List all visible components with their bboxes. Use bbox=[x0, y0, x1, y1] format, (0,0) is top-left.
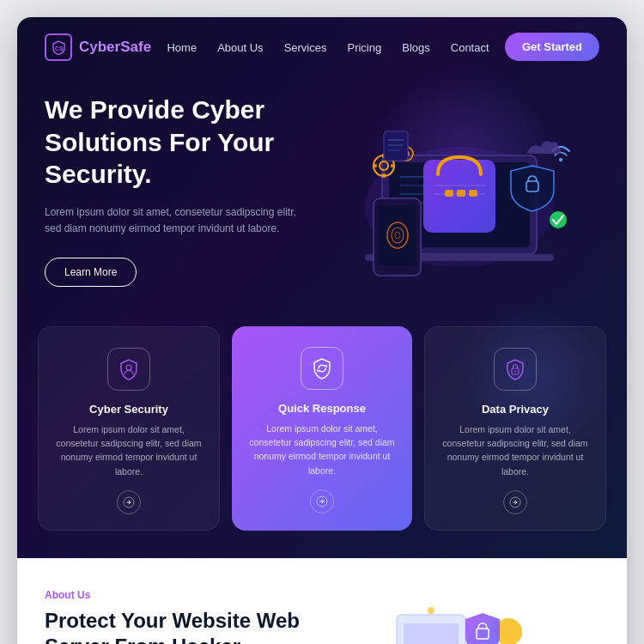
svg-rect-24 bbox=[382, 173, 386, 178]
feature-card-quick-response: Quick Response Lorem ipsum dolor sit ame… bbox=[232, 326, 412, 531]
feature-cards: Cyber Security Lorem ipsum dolor sit ame… bbox=[17, 313, 627, 558]
hero-content: We Provide Cyber Solutions For Your Secu… bbox=[17, 76, 627, 313]
svg-rect-31 bbox=[384, 131, 408, 161]
svg-rect-14 bbox=[469, 190, 477, 197]
hero-text: We Provide Cyber Solutions For Your Secu… bbox=[45, 94, 311, 287]
about-text: About Us Protect Your Website Web Server… bbox=[45, 589, 313, 644]
nav-links: Home About Us Services Pricing Blogs Con… bbox=[167, 39, 489, 55]
logo-text: CyberSafe bbox=[79, 39, 151, 56]
about-section: About Us Protect Your Website Web Server… bbox=[17, 558, 627, 644]
refresh-shield-icon bbox=[301, 347, 343, 390]
feature-name-quick: Quick Response bbox=[246, 402, 398, 415]
get-started-button[interactable]: Get Started bbox=[505, 33, 599, 61]
hero-title: We Provide Cyber Solutions For Your Secu… bbox=[45, 94, 311, 191]
arrow-cyber[interactable] bbox=[117, 490, 141, 514]
shield-user-icon bbox=[107, 348, 150, 391]
arrow-quick[interactable] bbox=[310, 489, 334, 513]
svg-rect-17 bbox=[379, 205, 416, 265]
nav-contact[interactable]: Contact bbox=[451, 41, 489, 54]
about-illustration bbox=[331, 589, 599, 644]
svg-point-35 bbox=[126, 365, 131, 370]
logo: CS CyberSafe bbox=[45, 33, 151, 61]
hero-illustration bbox=[319, 95, 599, 284]
nav-about[interactable]: About Us bbox=[217, 41, 263, 54]
nav-blogs[interactable]: Blogs bbox=[402, 41, 430, 54]
arrow-privacy[interactable] bbox=[503, 490, 527, 514]
svg-rect-26 bbox=[391, 164, 395, 167]
lock-shield-icon bbox=[494, 348, 537, 391]
feature-card-data-privacy: Data Privacy Lorem ipsum dolor sit amet,… bbox=[424, 326, 606, 531]
svg-point-47 bbox=[428, 607, 434, 614]
svg-point-29 bbox=[559, 158, 562, 161]
feature-desc-privacy: Lorem ipsum dolor sit amet, consetetur s… bbox=[439, 422, 592, 478]
about-title: Protect Your Website Web Server From Hac… bbox=[45, 608, 313, 644]
page-card: CS CyberSafe Home About Us Services Pric… bbox=[17, 17, 627, 644]
svg-point-39 bbox=[514, 370, 516, 372]
about-content: About Us Protect Your Website Web Server… bbox=[45, 589, 599, 644]
svg-rect-25 bbox=[373, 164, 377, 167]
logo-icon: CS bbox=[45, 33, 72, 61]
nav-services[interactable]: Services bbox=[284, 41, 327, 54]
svg-text:CS: CS bbox=[55, 46, 64, 52]
nav-pricing[interactable]: Pricing bbox=[347, 41, 381, 54]
feature-name-privacy: Data Privacy bbox=[439, 403, 592, 416]
nav-home[interactable]: Home bbox=[167, 41, 197, 54]
feature-card-cyber-security: Cyber Security Lorem ipsum dolor sit ame… bbox=[38, 326, 220, 531]
svg-rect-42 bbox=[404, 623, 459, 644]
hero-section: CS CyberSafe Home About Us Services Pric… bbox=[17, 17, 627, 558]
feature-desc-quick: Lorem ipsum dolor sit amet, consetetur s… bbox=[246, 422, 398, 477]
hero-description: Lorem ipsum dolor sit amet, consetetur s… bbox=[45, 204, 311, 237]
navbar: CS CyberSafe Home About Us Services Pric… bbox=[17, 17, 627, 76]
svg-rect-12 bbox=[445, 190, 453, 197]
svg-rect-13 bbox=[457, 190, 465, 197]
feature-desc-cyber: Lorem ipsum dolor sit amet, consetetur s… bbox=[52, 422, 205, 478]
feature-name-cyber: Cyber Security bbox=[52, 403, 205, 416]
about-label: About Us bbox=[45, 589, 313, 601]
learn-more-button[interactable]: Learn More bbox=[45, 258, 137, 287]
